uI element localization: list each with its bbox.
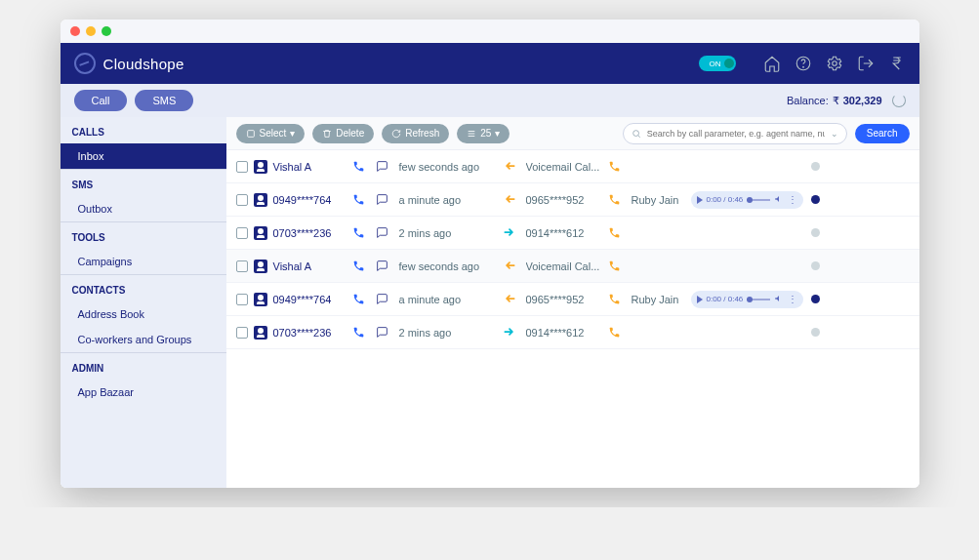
audio-track[interactable] xyxy=(747,299,769,300)
call-row[interactable]: Vishal A few seconds ago Voicemail Cal..… xyxy=(226,150,919,183)
row-checkbox[interactable] xyxy=(236,260,248,272)
phone-icon[interactable] xyxy=(352,160,370,173)
settings-icon[interactable] xyxy=(826,55,843,72)
currency-icon[interactable] xyxy=(888,55,906,72)
sidebar-section: CONTACTS Address Book Co-workers and Gro… xyxy=(61,275,226,352)
search-icon xyxy=(632,129,641,139)
status-dot xyxy=(811,261,820,270)
logout-icon[interactable] xyxy=(857,55,875,72)
call-row[interactable]: 0949****764 a minute ago 0965****952 Rub… xyxy=(226,183,919,217)
status-dot xyxy=(811,162,820,171)
status-dot xyxy=(811,228,820,237)
sidebar-item-outbox[interactable]: Outbox xyxy=(61,196,226,221)
online-toggle[interactable]: ON xyxy=(699,56,736,71)
balance-value: 302,329 xyxy=(843,95,882,106)
audio-player[interactable]: 0:00 / 0:46 ⋮ xyxy=(691,291,803,308)
search-button[interactable]: Search xyxy=(855,124,910,143)
direction-icon xyxy=(503,292,520,307)
balance-label: Balance: xyxy=(787,95,829,106)
audio-menu-icon[interactable]: ⋮ xyxy=(788,295,797,304)
audio-player-slot: 0:00 / 0:46 ⋮ xyxy=(691,191,803,209)
minimize-window-dot[interactable] xyxy=(86,26,96,36)
caller-name: Vishal A xyxy=(273,161,312,173)
message-icon[interactable] xyxy=(376,226,393,239)
chevron-down-icon: ▾ xyxy=(290,128,295,139)
phone-icon[interactable] xyxy=(352,293,370,305)
app-header: Cloudshope ON xyxy=(61,43,919,84)
balance-refresh-icon[interactable] xyxy=(892,94,906,107)
message-icon[interactable] xyxy=(376,160,393,173)
sidebar-section: CALLS Inbox xyxy=(61,117,226,169)
call-button[interactable]: Call xyxy=(74,90,128,111)
destination: 0965****952 xyxy=(526,294,602,305)
refresh-chip-label: Refresh xyxy=(405,128,439,139)
search-field[interactable]: ⌄ xyxy=(623,123,847,144)
sidebar-item-inbox[interactable]: Inbox xyxy=(61,143,226,169)
refresh-chip[interactable]: Refresh xyxy=(382,124,449,143)
message-icon[interactable] xyxy=(376,260,393,272)
speaker-icon[interactable] xyxy=(774,294,784,305)
phone-icon[interactable] xyxy=(352,226,370,239)
close-window-dot[interactable] xyxy=(70,26,80,36)
brand-logo-icon xyxy=(74,53,96,74)
search-button-label: Search xyxy=(867,128,898,139)
help-icon[interactable] xyxy=(795,55,812,72)
sidebar-item-app-bazaar[interactable]: App Bazaar xyxy=(61,380,226,405)
search-input[interactable] xyxy=(647,129,825,139)
play-icon[interactable] xyxy=(697,296,703,303)
svg-point-2 xyxy=(832,61,836,66)
sidebar-section: TOOLS Campaigns xyxy=(61,222,226,274)
message-icon[interactable] xyxy=(376,193,393,206)
direction-icon xyxy=(503,192,520,208)
sidebar-item-coworkers[interactable]: Co-workers and Groups xyxy=(61,327,226,352)
sidebar: CALLS Inbox SMS Outbox TOOLS Campaigns C… xyxy=(61,117,226,488)
row-checkbox[interactable] xyxy=(236,161,248,173)
status-dot xyxy=(811,328,820,337)
home-icon[interactable] xyxy=(763,55,781,72)
message-icon[interactable] xyxy=(376,293,393,305)
svg-point-4 xyxy=(632,130,638,136)
destination: Voicemail Cal... xyxy=(526,260,602,272)
sms-button[interactable]: SMS xyxy=(135,90,193,111)
contact-icon xyxy=(254,193,267,207)
call-row[interactable]: 0949****764 a minute ago 0965****952 Rub… xyxy=(226,283,919,316)
svg-rect-3 xyxy=(247,130,254,137)
row-checkbox[interactable] xyxy=(236,194,248,206)
handset-icon xyxy=(608,326,626,339)
direction-icon xyxy=(503,259,520,274)
maximize-window-dot[interactable] xyxy=(102,26,111,36)
delete-chip[interactable]: Delete xyxy=(312,124,374,143)
sidebar-heading-calls: CALLS xyxy=(61,117,226,143)
call-time: few seconds ago xyxy=(399,161,497,173)
handset-icon xyxy=(608,293,626,305)
call-row[interactable]: 0703****236 2 mins ago 0914****612 xyxy=(226,217,919,250)
contact-icon xyxy=(254,293,267,306)
phone-icon[interactable] xyxy=(352,193,370,206)
direction-icon xyxy=(503,159,520,175)
call-row[interactable]: Vishal A few seconds ago Voicemail Cal..… xyxy=(226,250,919,283)
audio-track[interactable] xyxy=(747,199,769,201)
phone-icon[interactable] xyxy=(352,260,370,272)
chevron-down-icon[interactable]: ⌄ xyxy=(831,129,838,139)
sidebar-item-campaigns[interactable]: Campaigns xyxy=(61,249,226,274)
message-icon[interactable] xyxy=(376,326,393,339)
audio-menu-icon[interactable]: ⋮ xyxy=(788,195,797,205)
play-icon[interactable] xyxy=(697,196,703,204)
call-row[interactable]: 0703****236 2 mins ago 0914****612 xyxy=(226,316,919,349)
sidebar-heading-contacts: CONTACTS xyxy=(61,275,226,301)
phone-icon[interactable] xyxy=(352,326,370,339)
audio-time: 0:00 / 0:46 xyxy=(707,195,744,204)
sidebar-item-address-book[interactable]: Address Book xyxy=(61,301,226,327)
row-checkbox[interactable] xyxy=(236,294,248,305)
direction-icon xyxy=(503,225,520,241)
balance-currency: ₹ xyxy=(833,95,839,107)
row-checkbox[interactable] xyxy=(236,227,248,239)
audio-player[interactable]: 0:00 / 0:46 ⋮ xyxy=(691,191,803,209)
rows-chip[interactable]: 25 ▾ xyxy=(457,124,510,143)
select-chip[interactable]: Select ▾ xyxy=(236,124,306,143)
row-checkbox[interactable] xyxy=(236,327,248,339)
call-button-label: Call xyxy=(92,95,110,106)
sidebar-heading-admin: ADMIN xyxy=(61,353,226,380)
speaker-icon[interactable] xyxy=(774,194,784,206)
caller-name: 0949****764 xyxy=(273,194,332,206)
